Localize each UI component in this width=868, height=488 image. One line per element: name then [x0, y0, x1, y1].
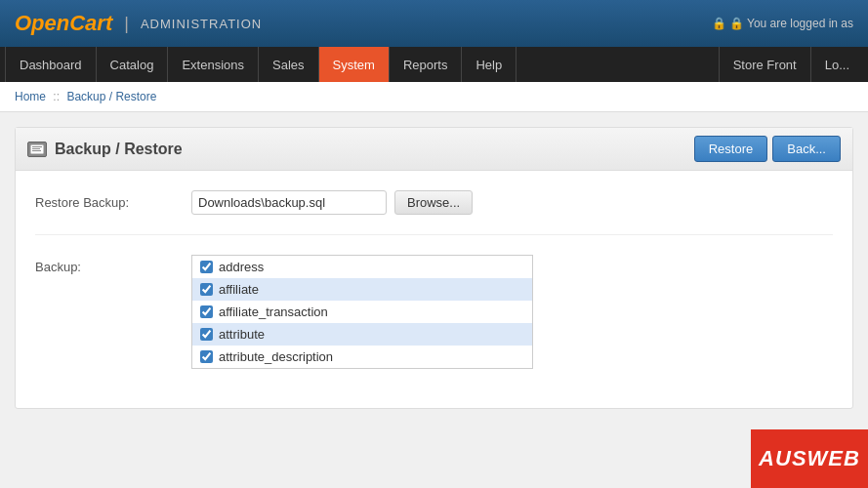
- breadcrumb-home[interactable]: Home: [15, 90, 46, 103]
- table-label-affiliate: affiliate: [219, 282, 259, 297]
- tables-list: address affiliate affiliate_transaction: [192, 256, 532, 368]
- nav-storefront[interactable]: Store Front: [719, 47, 810, 82]
- file-input-row: Browse...: [191, 190, 833, 215]
- panel-title-area: Backup / Restore: [27, 141, 183, 158]
- nav-help[interactable]: Help: [462, 47, 517, 82]
- backup-row: Backup: address affiliate: [35, 255, 833, 388]
- panel-header: Backup / Restore Restore Back...: [16, 128, 852, 171]
- restore-backup-control: Browse...: [191, 190, 833, 215]
- page-title: Backup / Restore: [55, 141, 183, 158]
- lock-icon: 🔒: [712, 17, 726, 30]
- nav-logout[interactable]: Lo...: [810, 47, 863, 82]
- backup-button[interactable]: Back...: [772, 136, 841, 162]
- list-item[interactable]: attribute: [192, 323, 532, 346]
- restore-backup-row: Restore Backup: Browse...: [35, 190, 833, 235]
- logo: OpenCart: [15, 11, 112, 36]
- nav-catalog[interactable]: Catalog: [97, 47, 169, 82]
- svg-rect-3: [32, 150, 41, 151]
- table-checkbox-affiliate[interactable]: [200, 283, 213, 296]
- svg-rect-1: [32, 146, 42, 147]
- header-divider: |: [124, 14, 129, 34]
- svg-rect-2: [32, 148, 40, 149]
- list-item[interactable]: attribute_description: [192, 346, 532, 368]
- backup-control: address affiliate affiliate_transaction: [191, 255, 833, 369]
- restore-backup-label: Restore Backup:: [35, 190, 191, 210]
- navbar-right: Store Front Lo...: [719, 47, 863, 82]
- list-item[interactable]: address: [192, 256, 532, 278]
- panel-buttons: Restore Back...: [694, 136, 841, 162]
- nav-sales[interactable]: Sales: [259, 47, 319, 82]
- main-panel: Backup / Restore Restore Back... Restore…: [15, 127, 853, 409]
- admin-title: ADMINISTRATION: [141, 17, 262, 31]
- table-checkbox-address[interactable]: [200, 261, 213, 273]
- nav-reports[interactable]: Reports: [390, 47, 463, 82]
- list-item[interactable]: affiliate: [192, 278, 532, 301]
- nav-extensions[interactable]: Extensions: [168, 47, 259, 82]
- navbar-left: Dashboard Catalog Extensions Sales Syste…: [5, 47, 517, 82]
- tables-list-container: address affiliate affiliate_transaction: [191, 255, 533, 369]
- table-checkbox-affiliate-transaction[interactable]: [200, 305, 213, 318]
- logo-brand: Open: [15, 11, 69, 35]
- restore-button[interactable]: Restore: [694, 136, 768, 162]
- table-checkbox-attribute[interactable]: [200, 328, 213, 341]
- table-checkbox-attribute-description[interactable]: [200, 350, 213, 363]
- header-left: OpenCart | ADMINISTRATION: [15, 11, 262, 36]
- list-item[interactable]: affiliate_transaction: [192, 301, 532, 323]
- breadcrumb: Home :: Backup / Restore: [0, 82, 868, 112]
- table-label-attribute: attribute: [219, 327, 265, 342]
- browse-button[interactable]: Browse...: [394, 190, 473, 215]
- table-label-attribute-description: attribute_description: [219, 349, 333, 364]
- panel-body: Restore Backup: Browse... Backup:: [16, 171, 852, 408]
- breadcrumb-separator: ::: [53, 90, 60, 103]
- content-area: Backup / Restore Restore Back... Restore…: [0, 112, 868, 424]
- table-label-address: address: [219, 260, 264, 274]
- nav-system[interactable]: System: [319, 47, 390, 82]
- logged-in-text: 🔒 You are logged in as: [729, 17, 853, 30]
- logo-highlight: Cart: [69, 11, 112, 35]
- header-right-text: 🔒 🔒 You are logged in as: [712, 17, 853, 30]
- file-path-input[interactable]: [191, 190, 387, 215]
- navbar: Dashboard Catalog Extensions Sales Syste…: [0, 47, 868, 82]
- table-label-affiliate-transaction: affiliate_transaction: [219, 305, 328, 319]
- panel-icon: [27, 142, 47, 157]
- header: OpenCart | ADMINISTRATION 🔒 🔒 You are lo…: [0, 0, 868, 47]
- breadcrumb-current[interactable]: Backup / Restore: [66, 90, 156, 103]
- nav-dashboard[interactable]: Dashboard: [5, 47, 97, 82]
- backup-label: Backup:: [35, 255, 191, 274]
